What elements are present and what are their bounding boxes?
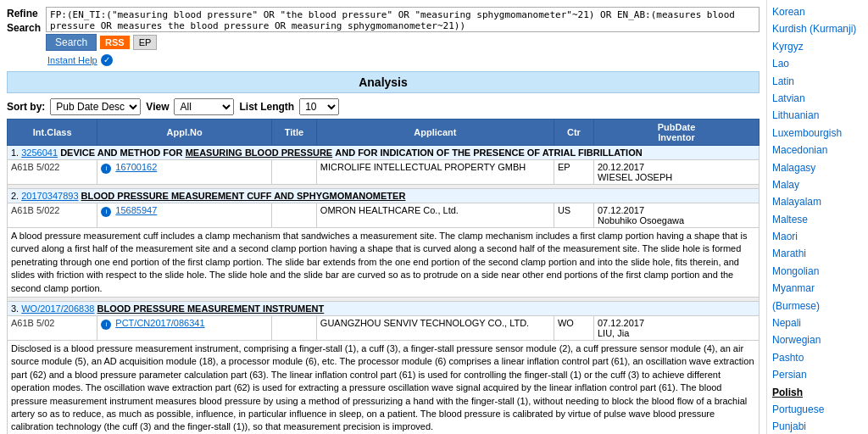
pubdate-cell: 07.12.2017Nobuhiko Osoegawa <box>593 203 759 228</box>
appl-no-cell: i 16700162 <box>97 160 272 185</box>
sidebar-lang-item[interactable]: Kurdish (Kurmanji) <box>772 20 863 37</box>
sort-bar: Sort by: Pub Date Desc Pub Date Asc Rele… <box>0 95 766 119</box>
appl-no-cell: i 15685947 <box>97 203 272 228</box>
title-highlight: MEASURING BLOOD PRESSURE <box>186 147 333 158</box>
info-icon[interactable]: i <box>101 164 111 174</box>
table-desc-row: A blood pressure measurement cuff includ… <box>8 228 760 298</box>
result-num: 2. <box>11 191 21 201</box>
table-detail-row: A61B 5/022 i 16700162 MICROLIFE INTELLEC… <box>8 160 760 185</box>
sidebar-lang-item[interactable]: Norwegian <box>772 331 863 348</box>
title-highlight: BLOOD PRESSURE MEASUREMENT CUFF AND SPHY… <box>81 191 406 201</box>
col-appl-no: Appl.No <box>97 120 272 146</box>
view-select[interactable]: All Abstract Title <box>174 98 234 115</box>
patent-id-link[interactable]: WO/2017/206838 <box>21 303 94 314</box>
col-pub-date: PubDate Inventor <box>593 120 759 146</box>
col-applicant: Applicant <box>316 120 554 146</box>
patent-id-link[interactable]: 3256041 <box>21 147 58 158</box>
sidebar-lang-item[interactable]: Punjabi <box>772 418 863 434</box>
table-detail-row: A61B 5/02 i PCT/CN2017/086341 GUANGZHOU … <box>8 315 760 340</box>
instant-help-link[interactable]: Instant Help <box>47 55 97 65</box>
refine-label: Refine Search <box>7 7 41 36</box>
result-title-cell: 1. 3256041 DEVICE AND METHOD FOR MEASURI… <box>8 146 760 160</box>
sidebar-lang-item[interactable]: Polish <box>772 384 863 401</box>
view-label: View <box>146 101 169 113</box>
desc-cell: A blood pressure measurement cuff includ… <box>8 228 760 298</box>
sidebar-lang-item[interactable]: Nepali <box>772 314 863 331</box>
title-suffix: AND FOR INDICATION OF THE PRESENCE OF AT… <box>335 147 642 158</box>
sidebar-lang-item[interactable]: Latin <box>772 73 863 90</box>
list-length-label: List Length <box>239 101 294 113</box>
sort-by-label: Sort by: <box>7 101 45 113</box>
help-icon[interactable]: ✓ <box>101 54 113 66</box>
sidebar-lang-item[interactable]: Lao <box>772 55 863 72</box>
col-int-class: Int.Class <box>8 120 97 146</box>
applicant-cell: MICROLIFE INTELLECTUAL PROPERTY GMBH <box>316 160 554 185</box>
result-title-cell: 2. 20170347893 BLOOD PRESSURE MEASUREMEN… <box>8 189 760 203</box>
sidebar-lang-item[interactable]: Macedonian <box>772 142 863 159</box>
search-buttons: Search RSS EP <box>46 34 760 51</box>
result-num: 1. <box>11 147 21 158</box>
table-row: 3. WO/2017/206838 BLOOD PRESSURE MEASURE… <box>8 301 760 315</box>
sidebar-lang-item[interactable]: Marathi <box>772 245 863 262</box>
ctr-cell: US <box>554 203 593 228</box>
results-table: Int.Class Appl.No Title Applicant Ctr Pu… <box>7 119 760 434</box>
refine-search-section: Refine Search FP:(EN_TI:("measuring bloo… <box>0 3 766 70</box>
inventor-name: Nobuhiko Osoegawa <box>598 215 684 225</box>
pubdate-cell: 20.12.2017WIESEL JOSEPH <box>593 160 759 185</box>
ep-button[interactable]: EP <box>133 35 158 50</box>
rss-button[interactable]: RSS <box>100 36 130 49</box>
sidebar-lang-item[interactable]: Korean <box>772 3 863 20</box>
sidebar-lang-item[interactable]: Malagasy <box>772 159 863 176</box>
int-class-cell: A61B 5/02 <box>8 315 97 340</box>
title-spacer <box>271 160 316 185</box>
sidebar-lang-item[interactable]: Maori <box>772 228 863 245</box>
sidebar-lang-item[interactable]: Luxembourgish <box>772 125 863 142</box>
sidebar-lang-item[interactable]: Malayalam <box>772 193 863 210</box>
search-button[interactable]: Search <box>46 34 97 51</box>
sidebar-lang-item[interactable]: Persian <box>772 366 863 383</box>
inventor-name: LIU, Jia <box>598 328 629 338</box>
language-list: KoreanKurdish (Kurmanji)KyrgyzLaoLatinLa… <box>772 3 863 434</box>
patent-id-link[interactable]: 20170347893 <box>21 191 78 201</box>
title-highlight: BLOOD PRESSURE MEASUREMENT INSTRUMENT <box>97 303 325 314</box>
result-num: 3. <box>11 303 21 314</box>
info-icon[interactable]: i <box>101 207 111 217</box>
table-detail-row: A61B 5/022 i 15685947 OMRON HEALTHCARE C… <box>8 203 760 228</box>
appl-no-link[interactable]: 16700162 <box>115 162 157 172</box>
sidebar-lang-item[interactable]: Lithuanian <box>772 107 863 124</box>
title-spacer <box>271 203 316 228</box>
sidebar-lang-item[interactable]: Mongolian <box>772 263 863 280</box>
analysis-header: Analysis <box>7 71 760 93</box>
sort-by-select[interactable]: Pub Date Desc Pub Date Asc Relevance <box>50 98 141 115</box>
title-spacer <box>271 315 316 340</box>
sidebar-lang-item[interactable]: Maltese <box>772 211 863 228</box>
appl-no-cell: i PCT/CN2017/086341 <box>97 315 272 340</box>
appl-no-link[interactable]: PCT/CN2017/086341 <box>115 318 204 328</box>
sidebar-lang-item[interactable]: Malay <box>772 176 863 193</box>
ctr-cell: WO <box>554 315 593 340</box>
pubdate-cell: 07.12.2017LIU, Jia <box>593 315 759 340</box>
search-box-wrapper: FP:(EN_TI:("measuring blood pressure" OR… <box>46 7 760 66</box>
sidebar-lang-item[interactable]: Pashto <box>772 349 863 366</box>
result-title-cell: 3. WO/2017/206838 BLOOD PRESSURE MEASURE… <box>8 301 760 315</box>
title-prefix: DEVICE AND METHOD FOR <box>60 147 186 158</box>
table-row: 1. 3256041 DEVICE AND METHOD FOR MEASURI… <box>8 146 760 160</box>
col-ctr: Ctr <box>554 120 593 146</box>
language-sidebar: KoreanKurdish (Kurmanji)KyrgyzLaoLatinLa… <box>766 0 868 434</box>
info-icon[interactable]: i <box>101 320 111 330</box>
desc-cell: Disclosed is a blood pressure measuremen… <box>8 340 760 434</box>
list-length-select[interactable]: 10 25 50 100 <box>299 98 339 115</box>
sidebar-lang-item[interactable]: Myanmar (Burmese) <box>772 280 863 314</box>
table-desc-row: Disclosed is a blood pressure measuremen… <box>8 340 760 434</box>
int-class-cell: A61B 5/022 <box>8 160 97 185</box>
search-textarea[interactable]: FP:(EN_TI:("measuring blood pressure" OR… <box>46 7 760 32</box>
sidebar-lang-item[interactable]: Portuguese <box>772 401 863 418</box>
sidebar-lang-item[interactable]: Kyrgyz <box>772 38 863 55</box>
int-class-cell: A61B 5/022 <box>8 203 97 228</box>
applicant-cell: GUANGZHOU SENVIV TECHNOLOGY CO., LTD. <box>316 315 554 340</box>
table-row: 2. 20170347893 BLOOD PRESSURE MEASUREMEN… <box>8 189 760 203</box>
sidebar-lang-item[interactable]: Latvian <box>772 90 863 107</box>
col-title: Title <box>271 120 316 146</box>
ctr-cell: EP <box>554 160 593 185</box>
appl-no-link[interactable]: 15685947 <box>115 205 157 215</box>
